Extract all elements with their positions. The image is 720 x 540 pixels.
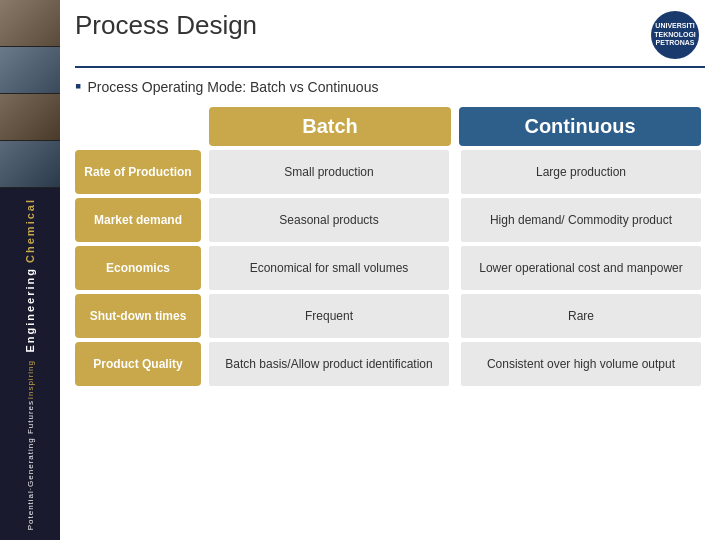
header: Process Design UNIVERSITI TEKNOLOGI PETR… — [75, 10, 705, 60]
row-label-3: Shut-down times — [75, 294, 201, 338]
sidebar-image-4 — [0, 141, 60, 188]
sidebar: Chemical Engineering Inspiring Potential… — [0, 0, 60, 540]
column-headers: Batch Continuous — [205, 107, 705, 146]
sidebar-text-area: Chemical Engineering Inspiring Potential… — [0, 188, 60, 540]
sidebar-label-potential: Potential·Generating Futures — [26, 400, 35, 530]
row-batch-2: Economical for small volumes — [209, 246, 449, 290]
table-row: Product Quality Batch basis/Allow produc… — [75, 342, 705, 386]
row-label-4: Product Quality — [75, 342, 201, 386]
sidebar-label-inspiring: Inspiring — [26, 360, 35, 399]
row-continuous-4: Consistent over high volume output — [461, 342, 701, 386]
row-batch-1: Seasonal products — [209, 198, 449, 242]
row-continuous-1: High demand/ Commodity product — [461, 198, 701, 242]
sidebar-label-engineering: Engineering — [24, 267, 36, 353]
logo-text: UNIVERSITI TEKNOLOGI PETRONAS — [651, 22, 699, 47]
batch-column-header: Batch — [209, 107, 451, 146]
sidebar-label-chemical: Chemical — [24, 198, 36, 263]
row-continuous-2: Lower operational cost and manpower — [461, 246, 701, 290]
row-continuous-0: Large production — [461, 150, 701, 194]
subtitle-text: Process Operating Mode: Batch vs Continu… — [87, 79, 378, 95]
table-rows: Rate of Production Small production Larg… — [75, 150, 705, 386]
main-content: Process Design UNIVERSITI TEKNOLOGI PETR… — [60, 0, 720, 540]
table-row: Market demand Seasonal products High dem… — [75, 198, 705, 242]
sidebar-image-3 — [0, 94, 60, 141]
table-row: Economics Economical for small volumes L… — [75, 246, 705, 290]
sidebar-image-2 — [0, 47, 60, 94]
table-row: Shut-down times Frequent Rare — [75, 294, 705, 338]
bullet-icon: ▪ — [75, 76, 81, 97]
row-continuous-3: Rare — [461, 294, 701, 338]
logo-circle: UNIVERSITI TEKNOLOGI PETRONAS — [651, 11, 699, 59]
row-batch-3: Frequent — [209, 294, 449, 338]
row-batch-4: Batch basis/Allow product identification — [209, 342, 449, 386]
row-batch-0: Small production — [209, 150, 449, 194]
row-label-1: Market demand — [75, 198, 201, 242]
page-title: Process Design — [75, 10, 257, 41]
table-row: Rate of Production Small production Larg… — [75, 150, 705, 194]
subtitle-container: ▪ Process Operating Mode: Batch vs Conti… — [75, 76, 705, 97]
row-label-0: Rate of Production — [75, 150, 201, 194]
sidebar-image-1 — [0, 0, 60, 47]
header-divider — [75, 66, 705, 68]
row-label-2: Economics — [75, 246, 201, 290]
logo: UNIVERSITI TEKNOLOGI PETRONAS — [645, 10, 705, 60]
comparison-table: Batch Continuous Rate of Production Smal… — [75, 107, 705, 530]
continuous-column-header: Continuous — [459, 107, 701, 146]
